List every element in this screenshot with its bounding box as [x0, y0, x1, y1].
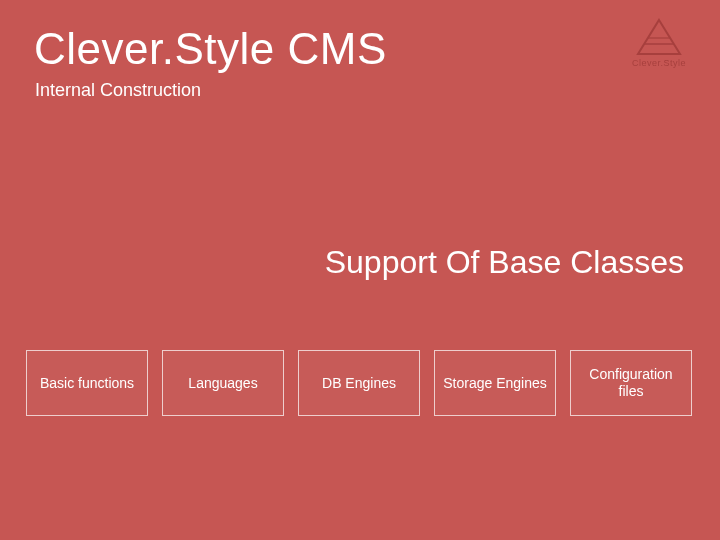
brand-logo: Clever.Style: [624, 18, 694, 68]
box-languages: Languages: [162, 350, 284, 416]
box-db-engines: DB Engines: [298, 350, 420, 416]
svg-marker-0: [638, 20, 680, 54]
box-row: Basic functions Languages DB Engines Sto…: [26, 350, 692, 416]
box-configuration-files: Configuration files: [570, 350, 692, 416]
page-subtitle: Internal Construction: [35, 80, 201, 101]
box-storage-engines: Storage Engines: [434, 350, 556, 416]
section-heading: Support Of Base Classes: [325, 244, 684, 281]
triangle-logo-icon: [636, 18, 682, 56]
brand-logo-text: Clever.Style: [624, 58, 694, 68]
box-basic-functions: Basic functions: [26, 350, 148, 416]
slide: Clever.Style Clever.Style CMS Internal C…: [0, 0, 720, 540]
page-title: Clever.Style CMS: [34, 24, 387, 74]
